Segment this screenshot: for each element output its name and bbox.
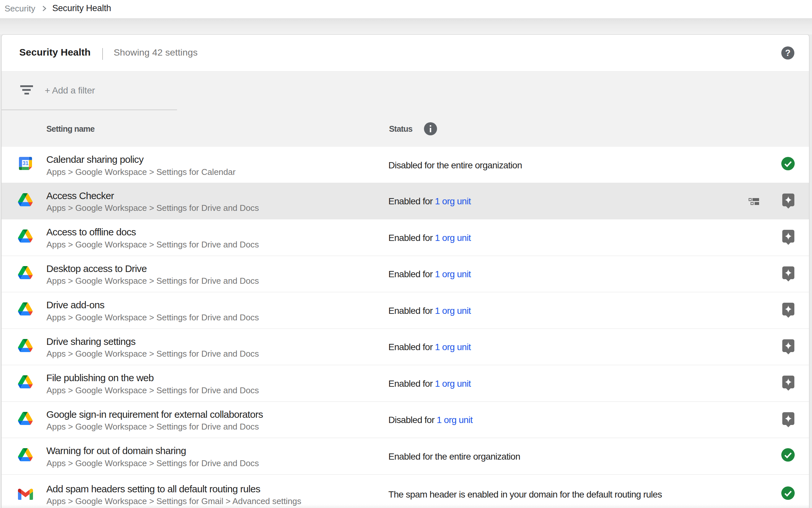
svg-text:31: 31 — [22, 160, 29, 166]
